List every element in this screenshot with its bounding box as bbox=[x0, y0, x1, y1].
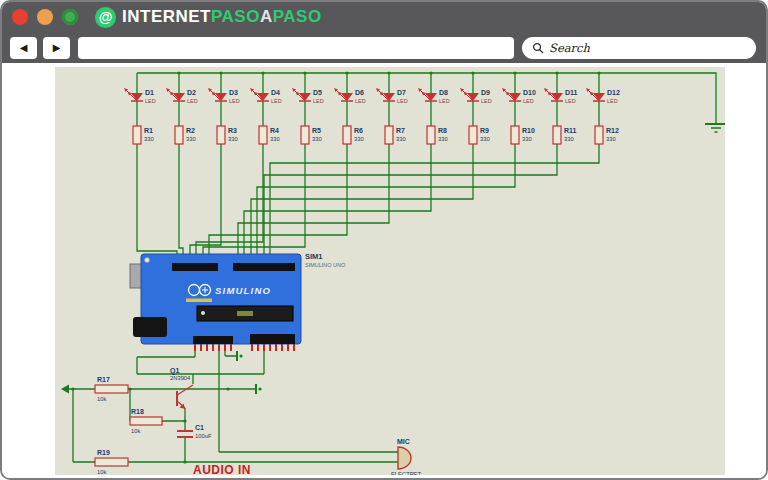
resistor-value-label: 330 bbox=[312, 136, 322, 142]
r17-ref-label: R17 bbox=[97, 376, 110, 383]
resistor-ref-label: R1 bbox=[144, 127, 153, 134]
junction-dot bbox=[388, 72, 391, 75]
browser-window: @ INTERNETPASOAPASO ◀ ▶ Search bbox=[0, 0, 768, 480]
browser-toolbar: ◀ ▶ Search bbox=[2, 32, 766, 63]
power-jack bbox=[133, 317, 167, 337]
board-sticker bbox=[186, 299, 212, 303]
c1-value-label: 100uF bbox=[195, 433, 212, 439]
brand-part-a: A bbox=[260, 7, 273, 26]
capacitor-C1[interactable] bbox=[177, 431, 193, 437]
arduino-value-label: SIMULINO UNO bbox=[305, 262, 346, 268]
resistor-R1[interactable] bbox=[133, 126, 141, 144]
resistor-R18[interactable] bbox=[130, 417, 162, 425]
led-ref-label: D3 bbox=[229, 89, 238, 96]
minimize-icon[interactable] bbox=[37, 9, 53, 25]
led-ref-label: D11 bbox=[565, 89, 578, 96]
resistor-value-label: 330 bbox=[354, 136, 364, 142]
r18-value-label: 10k bbox=[131, 428, 140, 434]
resistor-R9[interactable] bbox=[469, 126, 477, 144]
resistor-ref-label: R7 bbox=[396, 127, 405, 134]
led-value-label: LED bbox=[397, 98, 408, 104]
junction-dot bbox=[262, 72, 265, 75]
resistor-R17[interactable] bbox=[95, 385, 128, 393]
close-icon[interactable] bbox=[12, 9, 28, 25]
resistor-R7[interactable] bbox=[385, 126, 393, 144]
resistor-ref-label: R11 bbox=[564, 127, 577, 134]
r18-ref-label: R18 bbox=[131, 408, 144, 415]
q1-ref-label: Q1 bbox=[170, 367, 179, 375]
power-header bbox=[193, 336, 233, 344]
resistor-ref-label: R8 bbox=[438, 127, 447, 134]
audio-in-section-label: AUDIO IN bbox=[193, 463, 251, 475]
resistor-ref-label: R10 bbox=[522, 127, 535, 134]
resistor-ref-label: R12 bbox=[606, 127, 619, 134]
led-value-label: LED bbox=[565, 98, 576, 104]
resistor-ref-label: R6 bbox=[354, 127, 363, 134]
resistor-value-label: 330 bbox=[144, 136, 154, 142]
led-value-label: LED bbox=[313, 98, 324, 104]
resistor-R19[interactable] bbox=[95, 458, 128, 466]
junction-dot bbox=[556, 72, 559, 75]
board-name-text: SIMULINO bbox=[215, 285, 271, 296]
resistor-R3[interactable] bbox=[217, 126, 225, 144]
title-bar: @ INTERNETPASOAPASO bbox=[2, 2, 766, 32]
resistor-R6[interactable] bbox=[343, 126, 351, 144]
led-ref-label: D10 bbox=[523, 89, 536, 96]
resistor-ref-label: R9 bbox=[480, 127, 489, 134]
mic-value-label: ELECTRET bbox=[391, 471, 422, 475]
led-ref-label: D5 bbox=[313, 89, 322, 96]
resistor-value-label: 330 bbox=[564, 136, 574, 142]
resistor-value-label: 330 bbox=[438, 136, 448, 142]
junction-dot bbox=[304, 72, 307, 75]
resistor-R2[interactable] bbox=[175, 126, 183, 144]
back-button[interactable]: ◀ bbox=[10, 37, 37, 59]
digital-header bbox=[233, 263, 295, 271]
url-input[interactable] bbox=[78, 37, 514, 59]
microphone-MIC[interactable] bbox=[398, 447, 411, 469]
led-value-label: LED bbox=[229, 98, 240, 104]
junction-dot bbox=[346, 72, 349, 75]
maximize-icon[interactable] bbox=[62, 9, 78, 25]
resistor-ref-label: R2 bbox=[186, 127, 195, 134]
brand-part-paso1: PASO bbox=[211, 7, 260, 26]
resistor-R8[interactable] bbox=[427, 126, 435, 144]
digital-header bbox=[172, 263, 218, 271]
resistor-value-label: 330 bbox=[228, 136, 238, 142]
led-value-label: LED bbox=[187, 98, 198, 104]
led-value-label: LED bbox=[355, 98, 366, 104]
resistor-R12[interactable] bbox=[595, 126, 603, 144]
resistor-value-label: 330 bbox=[522, 136, 532, 142]
led-ref-label: D9 bbox=[481, 89, 490, 96]
junction-dot bbox=[514, 72, 517, 75]
forward-button[interactable]: ▶ bbox=[43, 37, 70, 59]
led-ref-label: D2 bbox=[187, 89, 196, 96]
led-ref-label: D7 bbox=[397, 89, 406, 96]
resistor-R4[interactable] bbox=[259, 126, 267, 144]
led-value-label: LED bbox=[607, 98, 618, 104]
arduino-board[interactable]: SIMULINO bbox=[130, 254, 301, 344]
junction-dot bbox=[472, 72, 475, 75]
mic-ref-label: MIC bbox=[397, 438, 410, 445]
resistor-R11[interactable] bbox=[553, 126, 561, 144]
search-icon bbox=[532, 42, 544, 54]
resistor-ref-label: R5 bbox=[312, 127, 321, 134]
resistor-R5[interactable] bbox=[301, 126, 309, 144]
resistor-value-label: 330 bbox=[186, 136, 196, 142]
search-box[interactable]: Search bbox=[522, 37, 756, 59]
back-icon: ◀ bbox=[20, 42, 28, 53]
analog-header bbox=[250, 334, 295, 344]
r19-value-label: 10k bbox=[97, 469, 106, 475]
brand-wordmark: INTERNETPASOAPASO bbox=[122, 7, 322, 27]
arduino-ref-label: SIM1 bbox=[305, 252, 323, 261]
brand-part-internet: INTERNET bbox=[122, 7, 211, 26]
r19-ref-label: R19 bbox=[97, 449, 110, 456]
resistor-R10[interactable] bbox=[511, 126, 519, 144]
resistor-value-label: 330 bbox=[606, 136, 616, 142]
schematic-canvas: D1LEDR1330D2LEDR2330D3LEDR3330D4LEDR4330… bbox=[55, 67, 725, 475]
junction-dot bbox=[220, 72, 223, 75]
led-ref-label: D8 bbox=[439, 89, 448, 96]
page-content: D1LEDR1330D2LEDR2330D3LEDR3330D4LEDR4330… bbox=[2, 63, 766, 478]
resistor-ref-label: R4 bbox=[270, 127, 279, 134]
led-value-label: LED bbox=[523, 98, 534, 104]
circuit-schematic: D1LEDR1330D2LEDR2330D3LEDR3330D4LEDR4330… bbox=[55, 67, 725, 475]
